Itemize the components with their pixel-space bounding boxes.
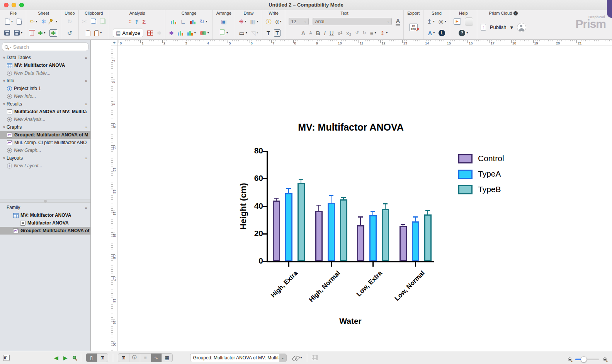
sidebar-item-new-info[interactable]: +New Info... [0,92,90,100]
sidebar-item-new-data-table[interactable]: +New Data Table... [0,69,90,77]
align-objects-icon[interactable]: ▣ [221,19,226,24]
subscript-icon[interactable]: x₂ [346,30,351,36]
sidebar-item-new-layout[interactable]: +New Layout... [0,162,90,170]
italic-icon[interactable]: I [324,30,326,36]
sidebar-item-new-graph[interactable]: +New Graph... [0,146,90,154]
sidebar-item-new-analysis[interactable]: +New Analysis... [0,116,90,123]
align-text-icon[interactable]: ≡▾ [370,30,376,36]
save-special-icon[interactable]: ▾ [14,30,22,36]
back-button[interactable]: ◀ [54,355,58,361]
sidebar-item-mul-comp-ci-plot-multifactor-ano[interactable]: Mul. comp. CI plot: Multifactor ANO [0,139,90,146]
color-scheme-icon[interactable]: ▾ [200,31,209,36]
zoom-in-icon[interactable] [603,357,607,361]
delete-sheet-icon[interactable] [30,30,34,36]
sidebar-item-multifactor-anova[interactable]: Multifactor ANOVA [0,219,90,227]
rotate-text-up-icon[interactable]: ↺ [355,31,359,35]
section-more-icon[interactable]: » [85,205,87,210]
video-help-icon[interactable]: ▶ [454,18,461,25]
view-data-table-button[interactable]: ⊞ [118,354,129,362]
pin-icon[interactable]: ▾ [50,19,57,24]
bold-icon[interactable]: B [316,30,320,36]
font-smaller-icon[interactable]: A [309,31,312,35]
linked-sheets-icon[interactable] [292,355,300,361]
publish-label[interactable]: Publish [490,25,507,30]
line-spacing-icon[interactable]: ⇕▾ [380,30,388,36]
draw-shape-icon[interactable]: ▭▾ [239,30,247,36]
account-avatar[interactable] [517,23,526,32]
zoom-slider-thumb[interactable] [581,356,587,362]
single-page-view-button[interactable]: ▯ [86,354,97,362]
export-icon[interactable]: tiffbmp [409,24,418,31]
sidebar-item-project-info-1[interactable]: iProject info 1 [0,85,90,92]
section-header-data-tables[interactable]: ∨Data Tables» [0,54,90,61]
forward-button[interactable]: ▶ [63,355,68,361]
help-menu-icon[interactable]: ?▾ [459,30,468,36]
open-import-icon[interactable] [17,19,22,25]
share-icon[interactable]: ↥▾ [427,19,435,24]
close-button[interactable] [4,3,8,7]
new-sheet-family-icon[interactable]: ✚ [49,29,58,37]
add-data-icon[interactable] [178,30,184,36]
simple-analysis-icon[interactable]: ∶∶ [129,19,132,24]
save-icon[interactable] [4,30,10,36]
help-extra-icon[interactable] [465,17,473,26]
section-more-icon[interactable]: » [85,102,87,106]
section-more-icon[interactable]: » [85,55,87,60]
section-more-icon[interactable]: » [85,78,87,83]
search-scope-chevron-icon[interactable]: ⌄ [9,45,12,49]
label-points-icon[interactable]: ▥▾ [250,19,258,24]
section-more-icon[interactable]: » [85,156,87,160]
font-larger-icon[interactable]: A [301,30,306,36]
zoom-slider[interactable] [575,359,599,360]
change-axes-icon[interactable]: ∟ [180,19,186,24]
section-header-family[interactable]: Family» [0,204,90,211]
font-family-select[interactable]: Arial⌄ [313,18,392,25]
linked-sheets-caret-icon[interactable]: ▾ [301,356,302,359]
paste-icon[interactable] [86,30,90,36]
copy-icon[interactable] [91,19,96,24]
view-graph-button[interactable]: ∿ [151,354,162,362]
zoom-button[interactable] [19,3,24,7]
font-size-select[interactable]: 12⌄ [289,18,309,25]
undo-icon[interactable]: ↺ [67,30,72,36]
gallery-view-button[interactable]: ⊞ [97,354,108,362]
rotate-text-down-icon[interactable]: ↻ [363,31,366,35]
graph-selector-dropdown[interactable]: Grouped: Multifactor ANOVA of MV: Multif… [190,354,287,362]
toggle-navigator-button[interactable]: ◧ [3,355,10,361]
text-box-icon[interactable]: T [274,29,280,37]
t-test-icon[interactable]: tᵗ [136,19,138,24]
view-results-button[interactable]: ≡ [140,354,151,362]
send-illustrator-icon[interactable]: A▾ [428,30,435,36]
sidebar-item-grouped-multifactor-anova-of-m[interactable]: Grouped: Multifactor ANOVA of M [0,227,90,235]
new-analysis-icon[interactable] [147,31,153,36]
view-layout-button[interactable]: ▦ [162,354,172,362]
text-tool-icon[interactable]: T [267,30,270,36]
graph-size-icon[interactable]: ▾ [187,30,196,36]
send-cloud-icon[interactable]: ◎▾ [439,19,446,24]
minimize-button[interactable] [12,3,16,7]
draw-star-icon[interactable]: ✳▾ [239,19,246,24]
publish-doc-icon[interactable]: ↑ [481,24,486,31]
sidebar-item-mv-multifactor-anova[interactable]: MV: Multifactor ANOVA [0,61,90,69]
info-note-icon[interactable]: ⓘ [266,19,272,24]
send-latex-icon[interactable]: L [439,30,445,36]
greek-icon[interactable]: α▾ [275,19,282,24]
superscript-icon[interactable]: x² [338,30,343,36]
section-header-results[interactable]: ∨Results» [0,100,90,108]
search-input[interactable] [13,44,86,50]
arrange-objects-icon[interactable]: ▾ [220,31,228,35]
publish-caret[interactable]: ▾ [510,24,513,30]
font-color-icon[interactable]: A [396,18,400,26]
change-plot-icon[interactable] [190,19,196,24]
analyze-button[interactable]: ▤Analyze [113,29,143,37]
sidebar-item-mv-multifactor-anova[interactable]: MV: Multifactor ANOVA [0,211,90,219]
section-header-layouts[interactable]: ∨Layouts» [0,154,90,162]
view-info-button[interactable]: ⓘ [129,354,140,362]
paste-special-icon[interactable]: ▾ [94,30,102,36]
section-more-icon[interactable]: » [85,125,87,129]
new-file-icon[interactable]: ▾ [5,19,13,25]
section-header-info[interactable]: ∨Info» [0,77,90,85]
underline-icon[interactable]: U [330,30,334,36]
new-sheet-icon[interactable]: ✚▾ [38,30,46,36]
graph-object[interactable]: MV: Multifactor ANOVAHeight (cm)02040608… [117,46,612,351]
